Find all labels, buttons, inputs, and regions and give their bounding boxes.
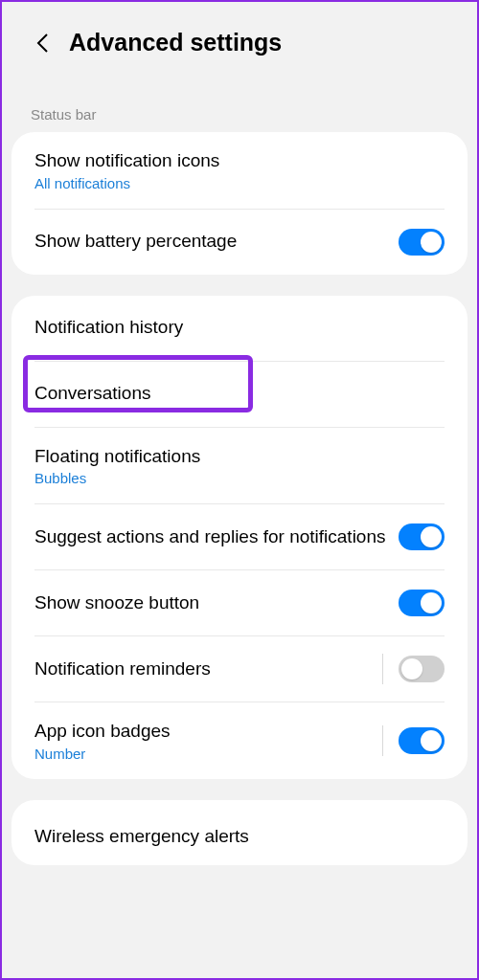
row-label: Floating notifications [34, 445, 445, 469]
toggle-snooze[interactable] [399, 590, 445, 616]
toggle-badges[interactable] [399, 727, 445, 754]
row-show-battery-percentage[interactable]: Show battery percentage [11, 210, 468, 275]
vertical-divider [382, 725, 383, 756]
card-emergency: Wireless emergency alerts [11, 800, 468, 865]
row-notification-history[interactable]: Notification history [11, 296, 468, 361]
row-sublabel: Number [34, 746, 382, 762]
row-sublabel: Bubbles [34, 470, 445, 486]
row-label: Conversations [34, 382, 445, 406]
card-notifications: Notification history Conversations Float… [11, 296, 468, 779]
row-wireless-emergency[interactable]: Wireless emergency alerts [11, 800, 468, 865]
toggle-battery-percentage[interactable] [399, 229, 445, 256]
row-show-notification-icons[interactable]: Show notification icons All notification… [11, 132, 468, 209]
section-label-statusbar: Status bar [2, 76, 477, 132]
row-label: Notification reminders [34, 657, 382, 681]
row-label: App icon badges [34, 720, 382, 744]
row-label: Show notification icons [34, 149, 445, 173]
row-floating-notifications[interactable]: Floating notifications Bubbles [11, 428, 468, 504]
row-suggest-actions[interactable]: Suggest actions and replies for notifica… [11, 504, 468, 569]
row-label: Wireless emergency alerts [34, 825, 445, 849]
toggle-reminders[interactable] [399, 656, 445, 682]
row-sublabel: All notifications [34, 175, 445, 191]
row-label: Show snooze button [34, 591, 399, 615]
row-show-snooze[interactable]: Show snooze button [11, 570, 468, 635]
row-label: Notification history [34, 316, 445, 340]
vertical-divider [382, 654, 383, 684]
page-title: Advanced settings [69, 29, 282, 56]
card-statusbar: Show notification icons All notification… [11, 132, 468, 275]
row-label: Show battery percentage [34, 230, 399, 254]
header: Advanced settings [2, 2, 477, 76]
row-app-icon-badges[interactable]: App icon badges Number [11, 702, 468, 779]
row-conversations[interactable]: Conversations [11, 362, 468, 427]
row-label: Suggest actions and replies for notifica… [34, 525, 399, 549]
back-icon[interactable] [33, 33, 52, 53]
toggle-suggest-actions[interactable] [399, 523, 445, 550]
row-notification-reminders[interactable]: Notification reminders [11, 636, 468, 702]
